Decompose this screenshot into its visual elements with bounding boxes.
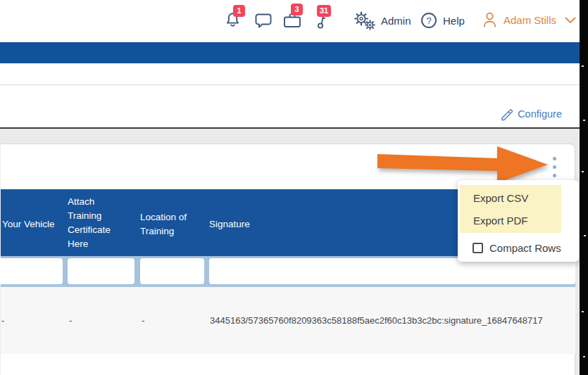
key-badge: 31 <box>317 5 331 17</box>
user-menu-button[interactable]: Adam Stills <box>482 11 576 29</box>
admin-gears-icon <box>354 11 375 30</box>
help-icon: ? <box>420 12 437 29</box>
filter-input-your-vehicle[interactable] <box>0 258 63 284</box>
filter-input-location-of-training[interactable] <box>140 258 204 284</box>
section-divider-light <box>0 84 580 85</box>
artifact-speck <box>582 65 584 67</box>
svg-text:?: ? <box>426 15 431 26</box>
column-header-location-of-training[interactable]: Location of Training <box>140 210 205 239</box>
user-avatar-icon <box>482 11 498 29</box>
notifications-badge: 1 <box>233 5 245 17</box>
chat-icon <box>254 13 273 30</box>
primary-nav-bar <box>0 42 580 63</box>
column-header-signature[interactable]: Signature <box>209 217 350 231</box>
screen-edge-strip <box>580 0 588 375</box>
cell-location-of-training: - <box>142 315 144 326</box>
messages-button[interactable] <box>254 13 273 30</box>
table-row: - - - 3445163/57365760f8209363c58188f5ae… <box>1 286 575 354</box>
configure-button[interactable]: Configure <box>500 106 562 122</box>
filter-input-attach-certificate[interactable] <box>68 258 135 284</box>
briefcase-badge: 3 <box>291 4 303 15</box>
admin-label: Admin <box>381 15 411 27</box>
help-button[interactable]: ? Help <box>420 12 465 29</box>
cell-your-vehicle: - <box>1 315 4 326</box>
compact-rows-menu-item[interactable]: Compact Rows <box>473 236 561 259</box>
help-label: Help <box>443 15 465 27</box>
artifact-speck <box>582 171 584 172</box>
user-name: Adam Stills <box>503 14 556 26</box>
artifact-speck <box>584 235 586 236</box>
artifact-speck <box>583 356 585 357</box>
chevron-down-icon <box>565 17 576 24</box>
cell-signature: 3445163/57365760f8209363c58188f5aec2f60c… <box>210 315 575 326</box>
export-csv-menu-item[interactable]: Export CSV <box>473 187 565 210</box>
cell-attach-certificate: - <box>69 315 72 326</box>
artifact-speck <box>582 311 584 312</box>
export-pdf-menu-item[interactable]: Export PDF <box>473 210 565 232</box>
pencil-icon <box>500 108 513 121</box>
configure-label: Configure <box>518 108 562 120</box>
admin-button[interactable]: Admin <box>354 11 411 30</box>
screen: 1 3 31 <box>0 0 588 375</box>
compact-rows-label: Compact Rows <box>489 242 561 254</box>
export-context-menu: Export CSV Export PDF Compact Rows <box>458 180 579 262</box>
compact-rows-checkbox[interactable] <box>473 243 483 253</box>
column-header-attach-certificate[interactable]: Attach Training Certificate Here <box>68 195 128 251</box>
column-header-your-vehicle[interactable]: Your Vehicle <box>2 217 58 231</box>
artifact-speck <box>583 120 585 121</box>
filter-input-signature[interactable] <box>209 258 575 284</box>
top-navigation-bar: 1 3 31 <box>0 0 580 40</box>
